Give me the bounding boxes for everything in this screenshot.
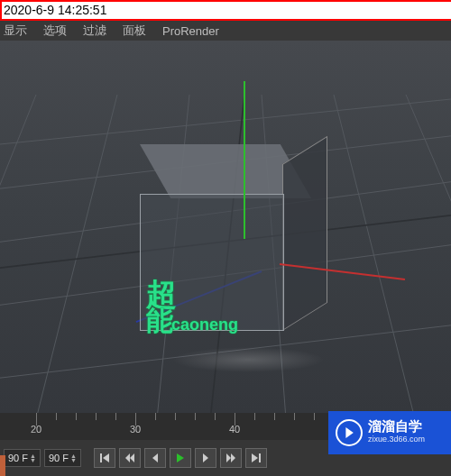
cube-text-line2: 能 bbox=[146, 306, 171, 335]
svg-rect-25 bbox=[259, 453, 261, 462]
timeline-tick bbox=[115, 413, 116, 420]
watermark-brand: 溜溜自学 bbox=[368, 420, 425, 433]
cube-text-line1: 超 bbox=[146, 280, 238, 307]
end-frame-value: 90 F bbox=[49, 453, 69, 463]
timeline-tick bbox=[215, 413, 216, 420]
watermark-badge: 溜溜自学 zixue.3d66.com bbox=[328, 411, 451, 454]
timeline-tick-label: 20 bbox=[31, 424, 41, 435]
start-frame-value: 90 F bbox=[8, 453, 28, 463]
timeline-tick-label: 40 bbox=[229, 424, 240, 435]
cube-text-latin: caoneng bbox=[171, 316, 238, 334]
svg-marker-26 bbox=[345, 427, 353, 438]
play-button[interactable] bbox=[170, 448, 191, 468]
timeline-tick bbox=[314, 413, 315, 420]
svg-marker-22 bbox=[226, 453, 231, 462]
svg-rect-15 bbox=[100, 453, 102, 462]
watermark-url: zixue.3d66.com bbox=[368, 433, 425, 445]
left-edge-accent bbox=[0, 455, 5, 476]
next-frame-button[interactable] bbox=[195, 448, 216, 468]
timeline-tick-label: 30 bbox=[130, 424, 141, 435]
goto-start-button[interactable] bbox=[94, 448, 115, 468]
menu-options[interactable]: 选项 bbox=[43, 23, 67, 39]
timestamp-overlay: 2020-6-9 14:25:51 bbox=[0, 0, 451, 21]
timeline-tick bbox=[175, 413, 176, 420]
floor-highlight bbox=[171, 347, 325, 372]
stepper-arrows-icon[interactable]: ▲▼ bbox=[70, 453, 77, 462]
menu-display[interactable]: 显示 bbox=[4, 23, 27, 39]
cube-face-front: 超 能caoneng bbox=[140, 194, 284, 331]
svg-marker-20 bbox=[177, 453, 184, 462]
svg-marker-24 bbox=[252, 453, 258, 462]
menu-filter[interactable]: 过滤 bbox=[83, 23, 106, 39]
prev-key-button[interactable] bbox=[119, 448, 141, 468]
timeline-tick bbox=[274, 413, 275, 420]
menu-panel[interactable]: 面板 bbox=[123, 23, 146, 39]
next-key-button[interactable] bbox=[220, 448, 242, 468]
stepper-arrows-icon[interactable]: ▲▼ bbox=[30, 453, 36, 462]
svg-marker-17 bbox=[125, 453, 130, 462]
svg-marker-18 bbox=[130, 453, 134, 462]
start-frame-field[interactable]: 90 F ▲▼ bbox=[4, 449, 41, 467]
timeline-tick bbox=[155, 413, 156, 420]
timestamp-text: 2020-6-9 14:25:51 bbox=[4, 3, 106, 17]
menu-prorender[interactable]: ProRender bbox=[162, 24, 219, 38]
cube-face-side bbox=[282, 136, 327, 331]
svg-marker-23 bbox=[231, 453, 235, 462]
timeline-tick bbox=[56, 413, 57, 420]
svg-marker-16 bbox=[103, 453, 109, 462]
prev-frame-button[interactable] bbox=[144, 448, 166, 468]
3d-viewport[interactable]: 超 能caoneng bbox=[0, 41, 451, 413]
timeline-tick bbox=[195, 413, 196, 420]
axis-y bbox=[244, 81, 245, 239]
cube-text: 超 能caoneng bbox=[146, 280, 238, 338]
end-frame-field[interactable]: 90 F ▲▼ bbox=[44, 449, 81, 467]
cube-object[interactable]: 超 能caoneng bbox=[140, 144, 311, 329]
viewport-menubar: 显示 选项 过滤 面板 ProRender bbox=[0, 21, 451, 41]
timeline-tick bbox=[96, 413, 97, 420]
svg-marker-19 bbox=[152, 453, 158, 462]
timeline-tick bbox=[76, 413, 77, 420]
svg-marker-21 bbox=[203, 453, 208, 462]
timeline-tick bbox=[254, 413, 255, 420]
timeline-tick bbox=[294, 413, 295, 420]
watermark-play-icon bbox=[336, 419, 363, 446]
goto-end-button[interactable] bbox=[245, 448, 267, 468]
